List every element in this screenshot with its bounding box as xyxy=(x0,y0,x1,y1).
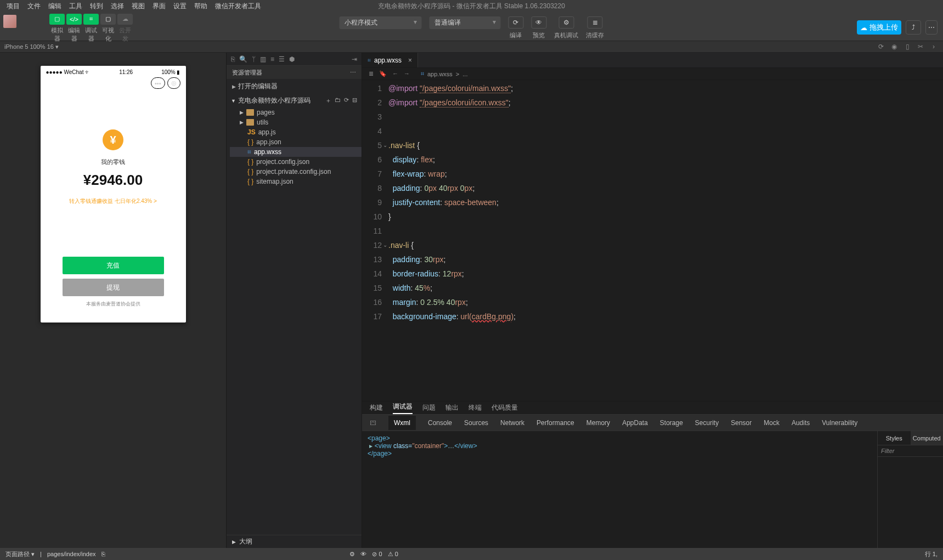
tab-output[interactable]: 输出 xyxy=(445,403,459,412)
compile-select[interactable]: 普通编译 xyxy=(429,16,500,29)
bookmark-icon[interactable]: 🔖 xyxy=(379,70,387,77)
tab-problems[interactable]: 问题 xyxy=(422,403,436,412)
compile-button[interactable]: ⟳ xyxy=(508,16,523,29)
debugger-toggle[interactable]: ⌗ xyxy=(83,14,99,25)
tab-build[interactable]: 构建 xyxy=(370,403,383,412)
devtab-wxml[interactable]: Wxml xyxy=(388,416,416,430)
devtab-console[interactable]: Console xyxy=(428,419,452,427)
explorer-more-icon[interactable]: ⋯ xyxy=(350,69,356,76)
back-icon[interactable]: ← xyxy=(392,70,398,77)
devtab-sources[interactable]: Sources xyxy=(464,419,488,427)
page-path[interactable]: pages/index/index xyxy=(47,551,96,557)
ext-icon[interactable]: ☰ xyxy=(279,55,285,63)
refresh-tree-icon[interactable]: ⟳ xyxy=(344,97,349,105)
devtab-performance[interactable]: Performance xyxy=(537,419,574,427)
crumb-file[interactable]: app.wxss xyxy=(427,71,453,77)
close-tab-icon[interactable]: × xyxy=(408,56,412,64)
outline-section[interactable]: ▶大纲 xyxy=(227,535,362,548)
breadcrumb: ≣ 🔖 ← → ⌗ app.wxss > ... xyxy=(362,68,943,80)
db-icon[interactable]: ≡ xyxy=(270,55,274,63)
new-file-icon[interactable]: ＋ xyxy=(325,97,331,105)
devtab-appdata[interactable]: AppData xyxy=(622,419,648,427)
preview-button[interactable]: 👁 xyxy=(531,16,546,29)
capsule-close[interactable]: ◎ xyxy=(167,77,180,89)
copy-path-icon[interactable]: ⎘ xyxy=(101,551,105,557)
status-error-icon[interactable]: ⊘ 0 xyxy=(372,551,382,558)
devtab-mock[interactable]: Mock xyxy=(764,419,780,427)
page-path-label[interactable]: 页面路径 ▾ xyxy=(5,550,35,558)
upload-icon[interactable]: ⤴ xyxy=(906,20,921,35)
recharge-button[interactable]: 充值 xyxy=(63,257,164,274)
element-picker-icon[interactable]: ⮹ xyxy=(370,419,376,427)
file-project-private[interactable]: { }project.private.config.json xyxy=(230,167,362,177)
menu-help[interactable]: 帮助 xyxy=(191,1,211,12)
open-editors-section[interactable]: ▶打开的编辑器 xyxy=(227,79,362,94)
branch-icon[interactable]: ᛘ xyxy=(252,55,256,63)
bug-icon[interactable]: ⬢ xyxy=(289,55,295,63)
folder-pages[interactable]: ▶pages xyxy=(230,108,362,117)
devtab-sensor[interactable]: Sensor xyxy=(731,419,752,427)
style-filter[interactable]: Filter xyxy=(878,445,943,457)
mode-select[interactable]: 小程序模式 xyxy=(339,16,421,29)
editor-toggle[interactable]: </> xyxy=(66,14,82,25)
status-warn-icon[interactable]: ⚠ 0 xyxy=(388,551,398,558)
file-app-js[interactable]: JSapp.js xyxy=(230,127,362,137)
withdraw-button[interactable]: 提现 xyxy=(63,279,164,296)
status-eye-icon[interactable]: 👁 xyxy=(360,551,366,557)
styles-tab[interactable]: Styles xyxy=(878,431,911,445)
collapse-tree-icon[interactable]: ⊟ xyxy=(352,97,357,105)
tab-quality[interactable]: 代码质量 xyxy=(492,403,518,412)
files-icon[interactable]: ⎘ xyxy=(231,55,235,63)
menu-ui[interactable]: 界面 xyxy=(149,1,169,12)
file-project-config[interactable]: { }project.config.json xyxy=(230,157,362,167)
promo-link[interactable]: 转入零钱通赚收益 七日年化2.43% > xyxy=(69,197,157,205)
folder-utils[interactable]: ▶utils xyxy=(230,117,362,127)
project-root[interactable]: ▼充电余额特效小程序源码 ＋ 🗀 ⟳ ⊟ xyxy=(227,94,362,108)
more-icon[interactable]: ⋯ xyxy=(925,20,938,35)
record-icon[interactable]: ◉ xyxy=(889,43,899,50)
menu-wx[interactable]: 微信开发者工具 xyxy=(212,1,264,12)
devtab-network[interactable]: Network xyxy=(500,419,524,427)
cut-icon[interactable]: ✂ xyxy=(916,43,925,50)
remote-debug-button[interactable]: ⚙ xyxy=(558,16,574,29)
file-app-wxss[interactable]: ⌗app.wxss xyxy=(230,147,362,157)
search-icon[interactable]: 🔍 xyxy=(239,55,247,63)
new-folder-icon[interactable]: 🗀 xyxy=(335,97,341,105)
file-sitemap[interactable]: { }sitemap.json xyxy=(230,177,362,186)
label-visual: 可视化 xyxy=(100,26,116,43)
crumb-more[interactable]: ... xyxy=(462,71,467,77)
devtab-audits[interactable]: Audits xyxy=(792,419,810,427)
visual-toggle[interactable]: ▢ xyxy=(100,14,116,25)
layout-icon[interactable]: ▥ xyxy=(260,55,266,63)
tab-debugger[interactable]: 调试器 xyxy=(393,402,413,414)
status-settings-icon[interactable]: ⚙ xyxy=(349,551,355,558)
devtab-vulnerability[interactable]: Vulnerability xyxy=(822,419,857,427)
devtab-memory[interactable]: Memory xyxy=(586,419,610,427)
nav-list-icon[interactable]: ≣ xyxy=(369,70,374,77)
expand-icon[interactable]: › xyxy=(929,43,939,50)
device-selector[interactable]: iPhone 5 100% 16 ▾ xyxy=(4,43,59,50)
devtab-security[interactable]: Security xyxy=(695,419,719,427)
forward-icon[interactable]: → xyxy=(404,70,410,77)
device-bar: iPhone 5 100% 16 ▾ ⟳ ◉ ▯ ✂ › xyxy=(0,41,943,53)
collapse-icon[interactable]: ⇥ xyxy=(352,55,357,63)
clear-cache-button[interactable]: ≣ xyxy=(588,16,603,29)
file-app-json[interactable]: { }app.json xyxy=(230,137,362,147)
editor-tab-appwxss[interactable]: ⌗app.wxss× xyxy=(362,53,418,67)
capsule-menu[interactable]: ••• xyxy=(151,77,165,89)
dom-tree[interactable]: <page> ▸ <view class="container">…</view… xyxy=(362,431,877,548)
fold-icon[interactable]: ⌄ xyxy=(383,138,387,152)
simulator-toggle[interactable]: ▢ xyxy=(49,14,65,25)
devtab-storage[interactable]: Storage xyxy=(660,419,683,427)
code-editor[interactable]: 1234 5678 9101112 13141516 17 @import "/… xyxy=(362,80,943,401)
menu-settings[interactable]: 设置 xyxy=(170,1,190,12)
cloud-toggle[interactable]: ☁ xyxy=(117,14,133,25)
avatar[interactable] xyxy=(3,15,16,28)
tab-terminal[interactable]: 终端 xyxy=(468,403,482,412)
device-icon[interactable]: ▯ xyxy=(902,43,912,50)
cloud-upload-button[interactable]: ☁拖拽上传 xyxy=(857,20,901,35)
simulator-panel: ●●●●● WeChat ᯤ 11:26 100% ▮ ••• ◎ ¥ 我的零钱… xyxy=(0,53,226,548)
fold-icon[interactable]: ⌄ xyxy=(383,238,387,252)
refresh-icon[interactable]: ⟳ xyxy=(876,43,886,50)
computed-tab[interactable]: Computed xyxy=(911,431,944,445)
